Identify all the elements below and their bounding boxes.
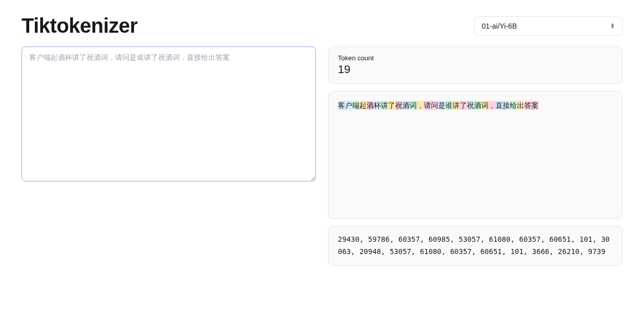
token-span: 讲 — [453, 101, 460, 110]
token-ids-output: 29430, 59786, 60357, 60985, 53057, 61080… — [328, 226, 622, 266]
model-select-value: 01-ai/Yi-6B — [482, 22, 517, 30]
token-span: ， — [417, 101, 424, 110]
text-input[interactable] — [22, 47, 316, 181]
token-span: 词 — [481, 101, 488, 110]
token-span: 了 — [460, 101, 467, 110]
token-span: 客户 — [338, 101, 352, 110]
token-count-card: Token count 19 — [328, 47, 622, 84]
chevron-updown-icon: ▲ ▼ — [610, 23, 615, 29]
token-span: ， — [488, 101, 496, 110]
token-span: 请问 — [424, 101, 438, 110]
token-span: 答案 — [524, 101, 539, 110]
token-span: 出 — [517, 101, 524, 110]
token-span: 是 — [438, 101, 445, 110]
token-span: 了 — [388, 101, 395, 110]
token-span: 讲 — [381, 101, 388, 110]
token-span: 酒 — [474, 101, 481, 110]
token-count-label: Token count — [338, 54, 613, 62]
model-select[interactable]: 01-ai/Yi-6B ▲ ▼ — [474, 16, 622, 36]
token-span: 起 — [359, 101, 367, 110]
token-span: 祝 — [395, 101, 402, 110]
token-span: 酒 — [402, 101, 410, 110]
token-span: 词 — [410, 101, 417, 110]
token-span: 酒 — [367, 101, 374, 110]
token-span: 给 — [510, 101, 517, 110]
token-span: 祝 — [467, 101, 474, 110]
token-span: 杯 — [374, 101, 381, 110]
token-span: 直接 — [496, 101, 510, 110]
page-title: Tiktokenizer — [22, 14, 138, 37]
token-count-value: 19 — [338, 63, 613, 76]
token-span: 端 — [352, 101, 359, 110]
token-span: 谁 — [445, 101, 453, 110]
tokens-visualization: 客户端起酒杯讲了祝酒词，请问是谁讲了祝酒词，直接给出答案 — [328, 91, 622, 219]
